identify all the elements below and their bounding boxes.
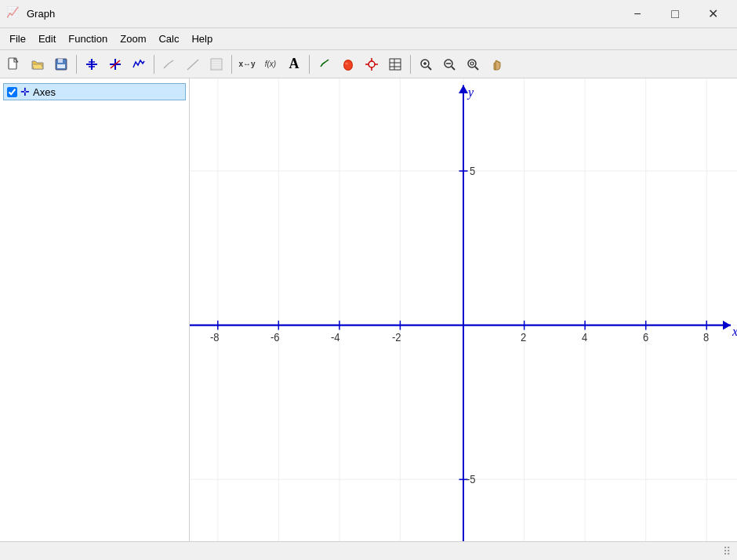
menu-help[interactable]: Help	[185, 31, 219, 47]
graph-canvas: x y -8 -6 -4 -2 2 4 6 8 5 -5	[190, 78, 737, 541]
open-icon	[31, 57, 45, 71]
svg-rect-27	[390, 59, 401, 70]
menu-function[interactable]: Function	[62, 31, 114, 47]
insert-line-icon	[318, 57, 332, 71]
zoom-fit-icon	[466, 57, 480, 71]
svg-rect-3	[58, 59, 63, 63]
title-bar: 📈 Graph − □ ✕	[0, 0, 737, 28]
shade-icon	[209, 57, 223, 71]
insert-shade2-button[interactable]	[337, 53, 359, 75]
insert-series-icon	[132, 57, 146, 71]
menu-calc[interactable]: Calc	[152, 31, 185, 47]
toolbar-sep-5	[410, 55, 411, 74]
main-area: ✛ Axes	[0, 78, 737, 541]
svg-text:-2: -2	[392, 332, 401, 344]
zoom-out-button[interactable]	[438, 53, 460, 75]
trendline-icon	[186, 57, 200, 71]
window-title: Graph	[27, 8, 619, 20]
svg-text:4: 4	[582, 332, 588, 344]
toolbar-sep-3	[231, 55, 232, 74]
table-button[interactable]	[384, 53, 406, 75]
svg-line-39	[475, 67, 478, 70]
insert-text-button[interactable]: A	[283, 53, 305, 75]
sidebar: ✛ Axes	[0, 78, 190, 541]
toolbar-sep-2	[154, 55, 154, 74]
insert-fx-button[interactable]: f(x)	[260, 53, 281, 75]
menu-bar: File Edit Function Zoom Calc Help	[0, 28, 737, 50]
svg-point-21	[345, 62, 348, 64]
svg-text:-4: -4	[331, 332, 340, 344]
svg-text:-5: -5	[467, 474, 476, 485]
properties-button[interactable]	[361, 53, 383, 75]
pan-icon	[489, 57, 503, 71]
table-icon	[388, 57, 402, 71]
svg-line-13	[187, 60, 198, 70]
shade-button[interactable]	[205, 53, 227, 75]
axes-icon: ✛	[20, 85, 30, 98]
svg-point-20	[344, 60, 352, 70]
menu-edit[interactable]: Edit	[32, 31, 62, 47]
svg-point-38	[468, 60, 476, 67]
new-button[interactable]	[3, 53, 25, 75]
insert-shade2-icon	[341, 57, 355, 71]
insert-tangent-icon	[108, 57, 122, 71]
svg-line-32	[428, 67, 431, 70]
close-button[interactable]: ✕	[695, 3, 731, 25]
svg-text:5: 5	[470, 165, 475, 176]
zoom-in-icon	[419, 57, 433, 71]
zoom-fit-button[interactable]	[462, 53, 484, 75]
insert-tangent-button[interactable]	[104, 53, 126, 75]
point-series-icon	[162, 57, 176, 71]
toolbar: x↔y f(x) A	[0, 50, 737, 78]
window-controls: − □ ✕	[619, 3, 731, 25]
open-button[interactable]	[27, 53, 49, 75]
axes-item[interactable]: ✛ Axes	[3, 83, 186, 100]
graph-area[interactable]: x y -8 -6 -4 -2 2 4 6 8 5 -5	[190, 78, 737, 541]
svg-text:8: 8	[703, 332, 709, 344]
svg-point-40	[470, 62, 474, 65]
zoom-in-button[interactable]	[415, 53, 437, 75]
axes-label: Axes	[33, 86, 56, 98]
svg-text:x: x	[732, 323, 737, 339]
app-icon: 📈	[6, 6, 22, 22]
svg-text:-6: -6	[270, 332, 280, 344]
svg-text:2: 2	[521, 332, 526, 344]
zoom-out-icon	[442, 57, 456, 71]
save-icon	[54, 57, 68, 71]
text-icon: A	[289, 56, 300, 72]
pan-button[interactable]	[485, 53, 507, 75]
svg-text:6: 6	[643, 332, 648, 344]
menu-file[interactable]: File	[3, 31, 32, 47]
toolbar-sep-4	[309, 55, 310, 74]
minimize-button[interactable]: −	[619, 3, 655, 25]
svg-point-22	[368, 61, 375, 67]
menu-zoom[interactable]: Zoom	[114, 31, 152, 47]
insert-series-button[interactable]	[128, 53, 150, 75]
properties-icon	[365, 57, 379, 71]
relation-icon: x↔y	[238, 60, 255, 68]
status-bar: ⠿	[0, 541, 737, 560]
toolbar-sep-1	[76, 55, 77, 74]
svg-line-36	[452, 67, 455, 70]
fx-icon: f(x)	[265, 60, 276, 68]
insert-function-icon	[85, 57, 99, 71]
point-series-button[interactable]	[158, 53, 180, 75]
svg-rect-4	[57, 64, 65, 68]
svg-text:y: y	[467, 85, 474, 100]
axes-checkbox[interactable]	[7, 87, 17, 97]
insert-function-button[interactable]	[81, 53, 103, 75]
svg-rect-41	[494, 63, 496, 70]
insert-line-button[interactable]	[314, 53, 336, 75]
new-icon	[7, 57, 21, 71]
save-button[interactable]	[50, 53, 72, 75]
trendline-button[interactable]	[182, 53, 204, 75]
insert-relation-button[interactable]: x↔y	[236, 53, 258, 75]
maximize-button[interactable]: □	[657, 3, 693, 25]
svg-text:-8: -8	[210, 332, 220, 344]
resize-grip[interactable]: ⠿	[723, 545, 731, 558]
